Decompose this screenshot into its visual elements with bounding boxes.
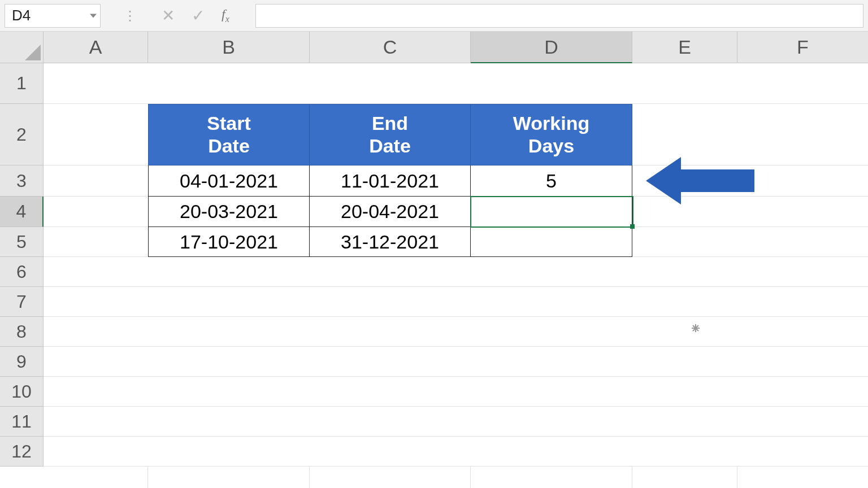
row-header-5[interactable]: 5 <box>0 227 44 257</box>
col-label: A <box>89 36 102 58</box>
row-line <box>44 407 868 437</box>
col-label: D <box>544 36 558 58</box>
table-header-end-date[interactable]: End Date <box>310 104 471 165</box>
row-header-4[interactable]: 4 <box>0 197 44 227</box>
row-header-6[interactable]: 6 <box>0 257 44 287</box>
fx-icon[interactable]: fx <box>222 7 229 24</box>
chevron-down-icon[interactable] <box>90 14 97 18</box>
row-header-10[interactable]: 10 <box>0 377 44 407</box>
cell-d5[interactable] <box>471 227 632 257</box>
col-header-d[interactable]: D <box>471 32 632 63</box>
cell-d4[interactable] <box>471 197 632 227</box>
cell-text: 20-04-2021 <box>341 201 439 223</box>
col-label: F <box>797 36 809 58</box>
cell-b4[interactable]: 20-03-2021 <box>148 197 310 227</box>
row-line <box>44 317 868 347</box>
formula-input[interactable] <box>255 4 863 28</box>
cell-text: 11-01-2021 <box>341 170 439 192</box>
cursor-cross-icon <box>692 324 700 332</box>
cell-c4[interactable]: 20-04-2021 <box>310 197 471 227</box>
col-label: E <box>678 36 691 58</box>
row-header-1[interactable]: 1 <box>0 63 44 104</box>
cancel-icon: ✕ <box>162 6 175 25</box>
row-header-12[interactable]: 12 <box>0 437 44 467</box>
cell-text: 5 <box>546 170 557 192</box>
arrow-body <box>681 169 754 192</box>
column-headers: A B C D E F <box>44 32 868 63</box>
col-header-b[interactable]: B <box>148 32 310 63</box>
cell-text: 17-10-2021 <box>180 231 278 253</box>
header-text: End Date <box>369 112 411 156</box>
row-line <box>44 437 868 467</box>
row-line <box>44 63 868 104</box>
col-header-f[interactable]: F <box>737 32 868 63</box>
row-headers: 1 2 3 4 5 6 7 8 9 10 11 12 <box>0 63 44 467</box>
cell-c3[interactable]: 11-01-2021 <box>310 165 471 197</box>
row-line <box>44 347 868 377</box>
cell-text: 31-12-2021 <box>341 231 439 253</box>
row-header-3[interactable]: 3 <box>0 165 44 197</box>
cell-b3[interactable]: 04-01-2021 <box>148 165 310 197</box>
select-all-corner[interactable] <box>0 32 44 63</box>
col-header-c[interactable]: C <box>310 32 471 63</box>
header-text: Working Days <box>513 112 589 156</box>
cell-text: 04-01-2021 <box>180 170 278 192</box>
row-header-7[interactable]: 7 <box>0 287 44 317</box>
name-box-value: D4 <box>12 7 31 24</box>
cell-text: 20-03-2021 <box>180 201 278 223</box>
separator-icon: ⋮ <box>123 8 137 24</box>
col-header-a[interactable]: A <box>44 32 148 63</box>
name-box[interactable]: D4 <box>5 4 101 28</box>
arrow-head-icon <box>646 157 681 204</box>
accept-icon: ✓ <box>192 6 205 25</box>
row-line <box>44 287 868 317</box>
col-header-e[interactable]: E <box>632 32 737 63</box>
arrow-annotation <box>681 169 754 192</box>
row-header-2[interactable]: 2 <box>0 104 44 165</box>
row-header-9[interactable]: 9 <box>0 347 44 377</box>
formula-bar-row: D4 ⋮ ✕ ✓ fx <box>0 0 868 32</box>
table-header-working-days[interactable]: Working Days <box>471 104 632 165</box>
table-header-start-date[interactable]: Start Date <box>148 104 310 165</box>
cell-b5[interactable]: 17-10-2021 <box>148 227 310 257</box>
cell-d3[interactable]: 5 <box>471 165 632 197</box>
header-text: Start Date <box>207 112 250 156</box>
row-header-8[interactable]: 8 <box>0 317 44 347</box>
col-label: C <box>383 36 397 58</box>
row-line <box>44 257 868 287</box>
formula-bar-actions: ✕ ✓ fx <box>159 6 229 25</box>
row-line <box>44 377 868 407</box>
col-label: B <box>222 36 235 58</box>
row-header-11[interactable]: 11 <box>0 407 44 437</box>
cell-c5[interactable]: 31-12-2021 <box>310 227 471 257</box>
